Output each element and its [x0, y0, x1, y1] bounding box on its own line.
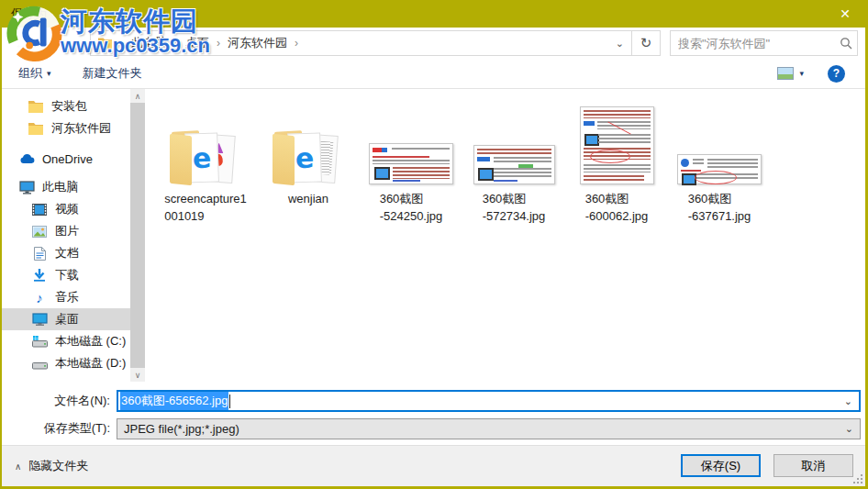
text-cursor	[229, 395, 230, 408]
search-icon[interactable]	[835, 37, 857, 50]
sidebar-item-label: 河东软件园	[51, 120, 111, 137]
file-name-line: 360截图	[688, 190, 751, 207]
sidebar-item-disk-c[interactable]: 本地磁盘 (C:)	[2, 330, 130, 352]
close-icon[interactable]: ✕	[825, 6, 865, 21]
navigation-bar: ← → ⌄ ↑ › 此电脑 › 桌面 › 河东软件园 › ⌄ ↻	[2, 28, 865, 59]
address-bar[interactable]: › 此电脑 › 桌面 › 河东软件园 › ⌄	[90, 30, 632, 56]
breadcrumb-hedong-folder[interactable]: 河东软件园	[228, 35, 287, 51]
filename-label: 文件名(N):	[2, 393, 117, 409]
refresh-icon[interactable]: ↻	[632, 30, 661, 56]
folder-icon: e	[170, 129, 241, 184]
onedrive-icon	[18, 153, 35, 164]
sidebar-item-label: 音乐	[55, 289, 79, 306]
cancel-button[interactable]: 取消	[773, 454, 853, 477]
file-thumbnail	[473, 145, 555, 184]
folder-icon: e	[273, 129, 344, 184]
sidebar-item-label: 文档	[55, 245, 79, 261]
caret-down-icon: ▾	[47, 69, 51, 78]
sidebar-item-label: 桌面	[55, 311, 79, 328]
sidebar-item-music[interactable]: ♪ 音乐	[2, 286, 130, 308]
file-thumbnail	[580, 106, 654, 184]
sidebar-item-desktop[interactable]: 桌面	[2, 308, 130, 330]
hide-folders-label: 隐藏文件夹	[28, 458, 88, 474]
filename-dropdown-chevron-icon[interactable]: ⌄	[838, 395, 859, 407]
save-button[interactable]: 保存(S)	[681, 454, 761, 477]
view-mode-button[interactable]: ▾	[777, 67, 804, 80]
help-icon[interactable]: ?	[828, 65, 845, 83]
sidebar-item-videos[interactable]: 视频	[2, 198, 130, 220]
breadcrumb-chevron-icon: ›	[287, 37, 306, 50]
sidebar-item-label: 图片	[55, 223, 79, 239]
sidebar-item-label: 此电脑	[42, 179, 78, 195]
file-item-jpg-524250[interactable]: 360截图 -524250.jpg	[362, 104, 461, 225]
file-item-jpg-637671[interactable]: 360截图 -637671.jpg	[670, 104, 769, 225]
file-item-screencapture-folder[interactable]: e screencapture1 001019	[156, 104, 255, 225]
sidebar-item-pictures[interactable]: 图片	[2, 220, 130, 242]
file-name-line: -524250.jpg	[380, 207, 443, 225]
sidebar-item-disk-d[interactable]: 本地磁盘 (D:)	[2, 352, 130, 374]
file-name-line: -600062.jpg	[585, 207, 649, 225]
scroll-up-icon[interactable]: ∧	[130, 89, 145, 103]
toolbar-right: ▾ ?	[777, 65, 852, 83]
file-item-jpg-572734[interactable]: 360截图 -572734.jpg	[464, 104, 563, 225]
breadcrumb-chevron-icon: ›	[113, 37, 131, 50]
file-thumbnail	[677, 154, 762, 184]
sidebar-item-hedong-folder[interactable]: 河东软件园	[2, 117, 130, 139]
sidebar-item-onedrive[interactable]: OneDrive	[2, 148, 130, 170]
sidebar-item-documents[interactable]: 文档	[2, 242, 130, 264]
footer-bar: ∧ 隐藏文件夹 保存(S) 取消	[2, 445, 865, 486]
sidebar-item-label: OneDrive	[42, 152, 93, 166]
sidebar-item-this-pc[interactable]: 此电脑	[2, 176, 130, 198]
organize-button[interactable]: 组织 ▾	[18, 65, 51, 82]
scroll-down-icon[interactable]: ∨	[130, 368, 145, 382]
save-as-dialog: 保存为 ✕ ← → ⌄ ↑ › 此电脑 › 桌面 › 河东软件园 › ⌄ ↻	[0, 0, 868, 489]
folder-icon	[96, 38, 113, 50]
address-dropdown-chevron-icon[interactable]: ⌄	[612, 38, 628, 50]
sidebar-item-label: 安装包	[51, 98, 87, 115]
file-item-wenjian-folder[interactable]: e wenjian	[259, 104, 358, 207]
forward-icon[interactable]: →	[31, 36, 51, 51]
desktop-icon	[31, 313, 48, 326]
filetype-dropdown-chevron-icon[interactable]: ⌄	[839, 423, 860, 435]
filename-input[interactable]: 360截图-656562.jpg ⌄	[117, 390, 861, 412]
folder-icon	[28, 101, 44, 113]
form-area: 文件名(N): 360截图-656562.jpg ⌄ 保存类型(T): JPEG…	[2, 382, 865, 445]
file-item-jpg-600062[interactable]: 360截图 -600062.jpg	[567, 104, 666, 225]
file-name-line: 360截图	[483, 190, 546, 207]
file-name-line: 360截图	[380, 190, 443, 207]
file-name-line: -637671.jpg	[688, 207, 751, 225]
up-icon[interactable]: ↑	[64, 36, 86, 51]
recent-locations-chevron-icon[interactable]: ⌄	[51, 39, 64, 48]
computer-icon	[18, 181, 35, 194]
titlebar[interactable]: 保存为 ✕	[2, 0, 865, 28]
edge-logo-icon: e	[192, 141, 212, 174]
filetype-select[interactable]: JPEG file(*.jpg;*.jpeg) ⌄	[117, 418, 861, 439]
breadcrumb-desktop[interactable]: 桌面	[185, 35, 209, 51]
filetype-value: JPEG file(*.jpg;*.jpeg)	[124, 422, 239, 436]
search-box	[670, 30, 858, 56]
filename-value: 360截图-656562.jpg	[120, 392, 228, 410]
search-input[interactable]	[671, 37, 835, 50]
scrollbar-thumb[interactable]	[130, 103, 145, 368]
resize-grip[interactable]	[852, 473, 862, 483]
sidebar-scrollbar[interactable]: ∧ ∨	[130, 89, 145, 382]
pictures-icon	[31, 226, 48, 238]
sidebar-item-label: 下载	[55, 267, 79, 283]
sidebar-item-label: 本地磁盘 (C:)	[55, 333, 126, 350]
sidebar-item-installer-folder[interactable]: 安装包	[2, 95, 130, 117]
disk-d-icon	[31, 358, 48, 370]
back-icon[interactable]: ←	[11, 36, 31, 51]
sidebar: 安装包 河东软件园 OneDrive 此电脑	[2, 89, 130, 382]
sidebar-item-downloads[interactable]: 下载	[2, 264, 130, 286]
filetype-label: 保存类型(T):	[2, 420, 117, 437]
breadcrumb-this-pc[interactable]: 此电脑	[131, 35, 167, 51]
disk-c-icon	[31, 336, 48, 348]
documents-icon	[31, 247, 48, 261]
folder-icon	[28, 123, 44, 135]
downloads-icon	[31, 269, 48, 282]
new-folder-button[interactable]: 新建文件夹	[83, 65, 142, 82]
hide-folders-button[interactable]: ∧ 隐藏文件夹	[15, 458, 88, 474]
new-folder-label: 新建文件夹	[83, 65, 142, 82]
sidebar-item-label: 本地磁盘 (D:)	[55, 355, 126, 372]
file-name-line: wenjian	[288, 190, 328, 207]
